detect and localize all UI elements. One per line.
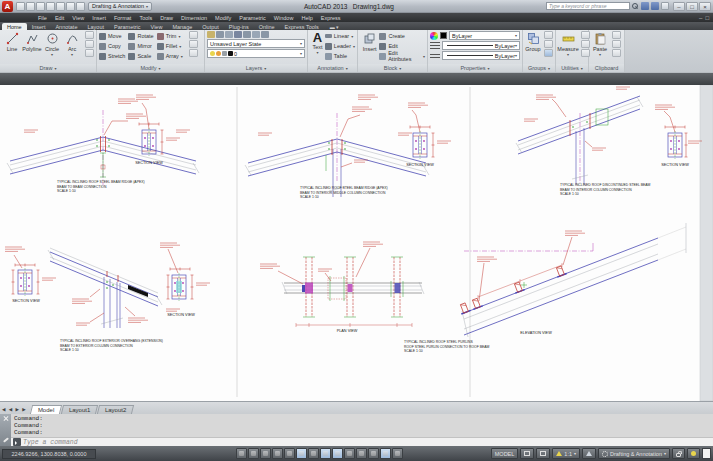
grid-display-toggle[interactable] (260, 448, 271, 459)
group-selection-toggle-icon[interactable] (544, 49, 553, 57)
ellipse-tool-icon[interactable] (85, 40, 94, 48)
quick-view-layouts-button[interactable] (520, 448, 534, 459)
tab-layout1[interactable]: Layout1 (61, 405, 99, 414)
toolbar-lock-button[interactable] (672, 448, 685, 459)
lineweight-dropdown[interactable]: ByLayer ▾ (442, 41, 520, 50)
restore-button[interactable]: □ (686, 2, 698, 11)
panel-title-layers[interactable]: Layers▾ (205, 64, 307, 72)
tab-express-tools[interactable]: Express Tools (280, 23, 324, 30)
polar-tracking-toggle[interactable] (284, 448, 295, 459)
tab-plugins[interactable]: Plug-ins (224, 23, 254, 30)
line-tool[interactable]: Line (2, 31, 22, 52)
polyline-tool[interactable]: Polyline (22, 31, 42, 52)
new-file-button[interactable] (16, 2, 25, 11)
detail-exterior-overhang[interactable]: SECTION VIEW SECTION VIEW T (5, 243, 210, 352)
detail-discontinued-beam[interactable]: SECTION VIEW TYPICAL INCLINED ROOF DISCO… (516, 87, 702, 196)
search-input[interactable] (546, 2, 630, 10)
object-snap-toggle[interactable] (296, 448, 307, 459)
tab-layout[interactable]: Layout (82, 23, 109, 30)
array-tool[interactable]: Array▾ (157, 51, 183, 61)
annotation-monitor-toggle[interactable] (392, 448, 403, 459)
menu-help[interactable]: Help (297, 15, 316, 21)
workspace-dropdown[interactable]: Drafting & Annotation ▾ (88, 2, 152, 11)
layer-properties-icon[interactable] (207, 31, 215, 38)
command-window-grip[interactable] (0, 414, 11, 446)
command-history[interactable]: Command: Command: Command: (11, 414, 713, 438)
group-edit-icon[interactable] (544, 40, 553, 48)
object-snap-tracking-toggle[interactable] (320, 448, 331, 459)
linear-dimension-tool[interactable]: Linear▾ (325, 31, 355, 41)
tab-view[interactable]: View (146, 23, 168, 30)
group-tool[interactable]: Group (525, 31, 541, 52)
scale-tool[interactable]: Scale (128, 51, 153, 61)
text-tool[interactable]: A Text ▾ (310, 31, 325, 55)
offset-tool-icon[interactable] (189, 49, 198, 57)
edit-attributes-tool[interactable]: Edit Attributes▾ (379, 51, 425, 61)
panel-title-groups[interactable]: Groups▾ (523, 64, 555, 72)
transparency-toggle[interactable] (368, 448, 379, 459)
3d-object-snap-toggle[interactable] (308, 448, 319, 459)
trim-tool[interactable]: Trim▾ (157, 31, 183, 41)
save-button[interactable] (36, 2, 45, 11)
undo-button[interactable] (66, 2, 75, 11)
ungroup-icon[interactable] (544, 31, 553, 39)
circle-tool[interactable]: Circle ▾ (42, 31, 62, 57)
open-file-button[interactable] (26, 2, 35, 11)
menu-window[interactable]: Window (270, 15, 298, 21)
drawing-canvas[interactable]: SECTION VIEW TYPICAL INCLINED ROOF STEEL… (0, 85, 713, 401)
model-space-button[interactable]: MODEL (491, 448, 519, 459)
paste-tool[interactable]: Paste ▾ (591, 31, 609, 57)
clean-screen-button[interactable] (702, 448, 711, 459)
tab-layout2[interactable]: Layout2 (97, 405, 135, 414)
mirror-tool[interactable]: Mirror (128, 41, 153, 51)
leader-tool[interactable]: Leader▾ (325, 41, 355, 51)
insert-block-tool[interactable]: Insert (360, 31, 379, 52)
explode-tool-icon[interactable] (189, 40, 198, 48)
panel-title-properties[interactable]: Properties▾ (428, 64, 522, 72)
detail-purlin-plan[interactable]: PLAN VIEW TYPICAL INCLINED ROOF STEEL PU… (260, 242, 489, 353)
layer-off-icon[interactable] (216, 31, 224, 38)
tab-annotate[interactable]: Annotate (50, 23, 82, 30)
snap-mode-toggle[interactable] (248, 448, 259, 459)
menu-express[interactable]: Express (317, 15, 345, 21)
measure-tool[interactable]: Measure ▾ (558, 31, 578, 57)
save-as-button[interactable] (46, 2, 55, 11)
panel-title-annotation[interactable]: Annotation▾ (308, 64, 357, 72)
menu-draw[interactable]: Draw (156, 15, 177, 21)
tab-parametric[interactable]: Parametric (109, 23, 146, 30)
layer-prev-icon[interactable] (261, 31, 269, 38)
match-properties-icon[interactable] (612, 49, 621, 57)
exchange-apps-icon[interactable] (651, 2, 659, 10)
panel-title-draw[interactable]: Draw▾ (0, 64, 96, 72)
erase-tool-icon[interactable] (189, 31, 198, 39)
minimize-button[interactable]: – (673, 2, 685, 11)
create-block-tool[interactable]: Create (379, 31, 425, 41)
tab-output[interactable]: Output (197, 23, 224, 30)
menu-file[interactable]: File (34, 15, 51, 21)
quick-view-drawings-button[interactable] (536, 448, 550, 459)
panel-title-modify[interactable]: Modify▾ (97, 64, 204, 72)
menu-dimension[interactable]: Dimension (177, 15, 211, 21)
menu-format[interactable]: Format (110, 15, 135, 21)
dynamic-input-toggle[interactable] (344, 448, 355, 459)
layer-state-dropdown[interactable]: Unsaved Layer State ▾ (207, 39, 305, 48)
doc-minimize-button[interactable]: – (699, 15, 702, 21)
move-tool[interactable]: Move (99, 31, 125, 41)
tab-model[interactable]: Model (29, 405, 62, 414)
layer-lock-icon[interactable] (243, 31, 251, 38)
signin-icon[interactable] (641, 2, 649, 10)
cut-icon[interactable] (612, 31, 621, 39)
annotation-visibility-button[interactable] (582, 448, 596, 459)
help-icon[interactable] (661, 2, 669, 10)
color-dropdown[interactable]: ByLayer ▾ (449, 31, 520, 40)
tab-insert[interactable]: Insert (27, 23, 51, 30)
menu-insert[interactable]: Insert (88, 15, 110, 21)
isolate-objects-button[interactable] (687, 448, 700, 459)
hatch-tool-icon[interactable] (85, 49, 94, 57)
tab-home[interactable]: Home (2, 23, 27, 30)
annotation-scale-button[interactable]: 1:1 ▾ (552, 448, 580, 459)
arc-tool[interactable]: Arc ▾ (62, 31, 82, 57)
command-input[interactable] (23, 439, 711, 446)
autocad-logo-icon[interactable]: A (2, 1, 13, 12)
doc-restore-button[interactable]: □ (705, 15, 709, 21)
